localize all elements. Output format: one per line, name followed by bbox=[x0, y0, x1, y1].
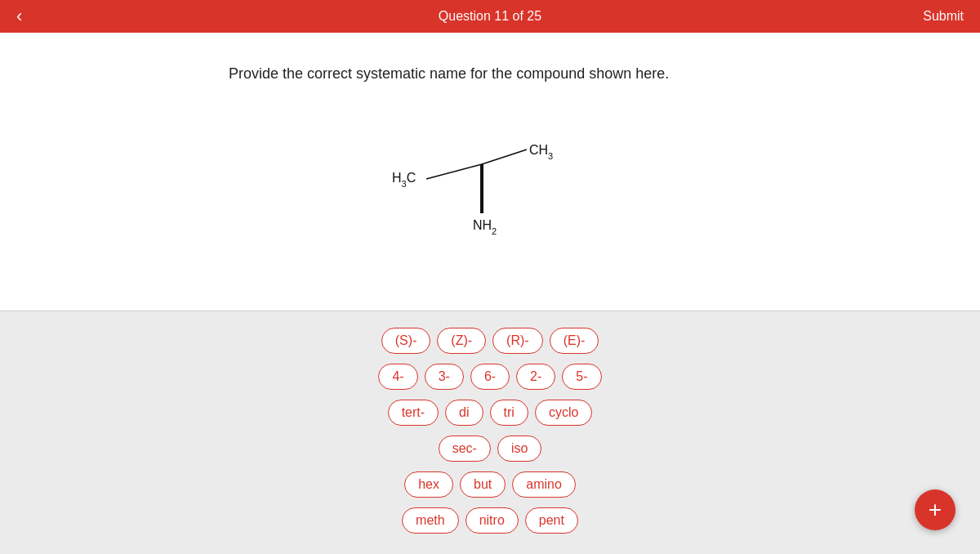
token-row-6: meth nitro pent bbox=[402, 507, 578, 534]
token-but[interactable]: but bbox=[460, 471, 506, 498]
token-z[interactable]: (Z)- bbox=[437, 328, 486, 354]
token-r[interactable]: (R)- bbox=[492, 328, 543, 354]
token-row-5: hex but amino bbox=[404, 471, 576, 498]
chemical-structure: H3C CH3 NH2 bbox=[229, 107, 751, 238]
token-meth[interactable]: meth bbox=[402, 507, 459, 534]
token-row-1: (S)- (Z)- (R)- (E)- bbox=[381, 328, 599, 354]
header: ‹ Question 11 of 25 Submit bbox=[0, 0, 980, 33]
token-row-2: 4- 3- 6- 2- 5- bbox=[378, 364, 601, 390]
fab-button[interactable]: + bbox=[915, 489, 956, 530]
token-6[interactable]: 6- bbox=[470, 364, 510, 390]
token-hex[interactable]: hex bbox=[404, 471, 453, 498]
token-sec[interactable]: sec- bbox=[439, 436, 491, 462]
token-2[interactable]: 2- bbox=[516, 364, 555, 390]
token-row-4: sec- iso bbox=[439, 436, 542, 462]
token-row-3: tert- di tri cyclo bbox=[388, 400, 593, 426]
svg-text:H3C: H3C bbox=[392, 171, 416, 189]
token-4[interactable]: 4- bbox=[378, 364, 417, 390]
svg-text:NH2: NH2 bbox=[473, 218, 497, 236]
svg-text:CH3: CH3 bbox=[529, 143, 553, 161]
token-tri[interactable]: tri bbox=[490, 400, 528, 426]
token-s[interactable]: (S)- bbox=[381, 328, 431, 354]
token-tert[interactable]: tert- bbox=[388, 400, 439, 426]
submit-button[interactable]: Submit bbox=[923, 9, 964, 24]
svg-line-1 bbox=[426, 164, 482, 179]
token-amino[interactable]: amino bbox=[512, 471, 576, 498]
token-e[interactable]: (E)- bbox=[550, 328, 599, 354]
token-3[interactable]: 3- bbox=[425, 364, 464, 390]
back-button[interactable]: ‹ bbox=[16, 6, 22, 27]
token-cyclo[interactable]: cyclo bbox=[535, 400, 592, 426]
token-iso[interactable]: iso bbox=[497, 436, 541, 462]
answer-area: (S)- (Z)- (R)- (E)- 4- 3- 6- 2- 5- tert-… bbox=[0, 311, 980, 554]
structure-svg: H3C CH3 NH2 bbox=[384, 107, 596, 238]
question-counter: Question 11 of 25 bbox=[439, 9, 541, 24]
token-5[interactable]: 5- bbox=[562, 364, 601, 390]
question-text: Provide the correct systematic name for … bbox=[229, 65, 751, 83]
svg-line-2 bbox=[482, 150, 527, 164]
token-nitro[interactable]: nitro bbox=[466, 507, 519, 534]
token-pent[interactable]: pent bbox=[525, 507, 578, 534]
question-area: Provide the correct systematic name for … bbox=[0, 33, 980, 311]
token-di[interactable]: di bbox=[445, 400, 483, 426]
